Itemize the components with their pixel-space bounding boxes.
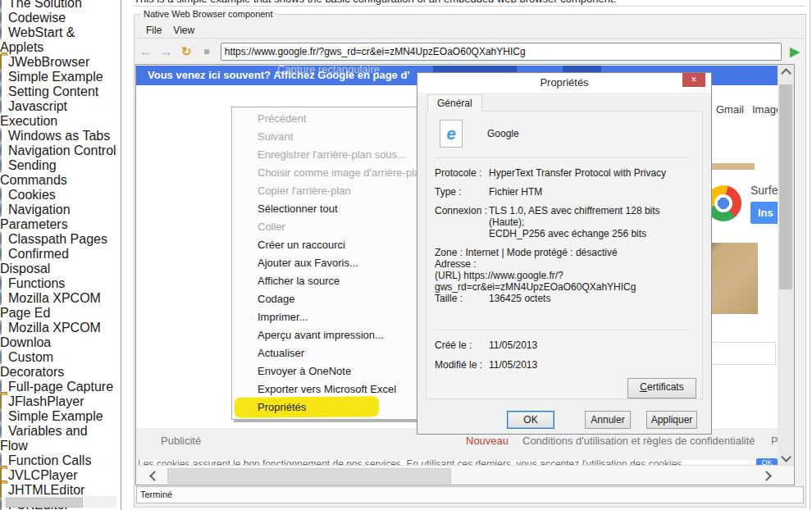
tree-item-icon <box>0 202 2 217</box>
certificates-button[interactable]: Certificats <box>627 378 696 398</box>
sidebar-scrollbar-thumb[interactable] <box>6 498 83 508</box>
menubar-item[interactable]: View <box>168 24 199 37</box>
tree-item[interactable]: The Solution <box>0 0 121 11</box>
conditions-link[interactable]: Conditions d'utilisation et règles de co… <box>522 435 755 447</box>
scroll-up-icon[interactable] <box>778 65 794 81</box>
status-bar: Terminé <box>136 486 804 503</box>
tree-item-icon <box>0 69 2 84</box>
cancel-button[interactable]: Annuler <box>585 411 631 429</box>
gmail-link[interactable]: Gmail <box>716 103 744 116</box>
modified-label: Modifié le : <box>435 359 489 371</box>
tree-item-icon <box>0 320 2 335</box>
tree-item-icon <box>0 128 2 143</box>
forward-icon[interactable]: → <box>157 43 176 61</box>
property-label: Taille : <box>435 293 489 304</box>
scroll-left-icon[interactable] <box>146 467 162 484</box>
close-icon[interactable]: × <box>682 73 705 87</box>
menubar-item[interactable]: File <box>141 24 167 37</box>
tree-item-label: JHTMLEditor <box>6 483 87 497</box>
sidebar-horizontal-scrollbar[interactable] <box>2 496 116 508</box>
tree-item[interactable]: Setting Content <box>0 84 121 99</box>
tree-item-label: WebStart & Applets <box>0 25 75 54</box>
tree-item-label: Setting Content <box>6 84 101 98</box>
back-icon[interactable]: ← <box>137 43 155 61</box>
tree-item-label: Full-page Capture <box>6 380 116 394</box>
refresh-icon[interactable]: ↻ <box>177 43 195 61</box>
tree-item[interactable]: Confirmed Disposal <box>0 247 121 276</box>
tree-item-icon <box>0 157 2 173</box>
url-input[interactable] <box>221 43 782 61</box>
stop-icon[interactable]: ■ <box>198 43 216 61</box>
chevron-right-icon <box>761 471 772 481</box>
created-row: Créé le : 11/05/2013 <box>435 339 537 351</box>
tree-item-label: JWebBrowser <box>6 55 92 69</box>
property-label: Type : <box>435 186 489 198</box>
divider <box>435 157 689 158</box>
tree-item[interactable]: Function Calls <box>0 453 121 468</box>
google-search-input[interactable] <box>707 342 776 365</box>
tree-item[interactable]: Simple Example <box>0 70 121 84</box>
chevron-left-icon <box>149 471 160 481</box>
tree-item-label: JFlashPlayer <box>6 394 86 408</box>
tree-item-label: Classpath Pages <box>6 232 110 246</box>
tree-item-label: Cookies <box>6 188 58 202</box>
property-label: Protocole : <box>435 167 489 179</box>
tab-general[interactable]: Général <box>427 94 482 112</box>
tree-item-label: Simple Example <box>6 409 106 423</box>
tree-item[interactable]: Classpath Pages <box>0 232 121 247</box>
tree-item[interactable]: WebStart & Applets <box>0 25 121 55</box>
page-image-strip <box>707 163 755 170</box>
tree-item[interactable]: Windows as Tabs <box>0 129 121 143</box>
apply-button[interactable]: Appliquer <box>646 411 697 429</box>
tree-item[interactable]: Variables and Flow <box>0 424 121 453</box>
tree-item[interactable]: Functions <box>0 276 121 291</box>
tree-item[interactable]: Codewise <box>0 11 121 25</box>
chevron-down-icon <box>781 452 791 462</box>
intro-text: This is a simple example that shows the … <box>134 0 806 7</box>
tree-item-label: Custom Decorators <box>0 350 66 379</box>
tree-item[interactable]: Custom Decorators <box>0 350 121 380</box>
ok-button[interactable]: OK <box>507 411 554 429</box>
tree-item[interactable]: Javascript Execution <box>0 99 121 129</box>
tree-item-label: Mozilla XPCOM Downloa <box>0 321 101 349</box>
property-row: Zone : Internet | Mode protégé : désacti… <box>435 247 696 258</box>
go-icon[interactable]: ▶ <box>786 43 804 61</box>
tree-item-label: Functions <box>6 276 67 290</box>
tree-item[interactable]: Mozilla XPCOM Page Ed <box>0 291 121 321</box>
tree-item-icon <box>0 143 2 158</box>
capture-ghost-text: Capture rectangulaire <box>277 63 380 75</box>
document-title: Google <box>487 128 519 139</box>
app-window: The Solution Codewise WebStart & Applets… <box>0 0 812 510</box>
tree-item-label: Mozilla XPCOM Page Ed <box>0 291 101 320</box>
tree-item-icon <box>0 349 2 365</box>
tree-item[interactable]: Full-page Capture <box>0 380 121 394</box>
tree-item[interactable]: Sending Commands <box>0 158 121 188</box>
modified-value: 11/05/2013 <box>489 359 537 371</box>
panel-right-border <box>810 0 810 510</box>
tree-item[interactable]: Navigation Parameters <box>0 203 121 232</box>
nouveau-badge: Nouveau <box>466 435 509 447</box>
tree-item[interactable]: JVLCPlayer <box>0 468 121 483</box>
property-row: Adresse : (URL) https://www.google.fr/? … <box>435 258 696 293</box>
tree-item[interactable]: Cookies <box>0 188 121 203</box>
page-horizontal-scrollbar[interactable] <box>136 465 794 485</box>
dialog-content-frame: e Google Protocole : HyperText Transfer … <box>426 111 703 399</box>
tree-item-icon <box>0 10 2 25</box>
browser-toolbar: ← → ↻ ■ ▶ <box>135 39 804 64</box>
horizontal-scrollbar-thumb[interactable] <box>167 468 451 484</box>
tree-item-label: Sending Commands <box>0 158 70 187</box>
tree-item[interactable]: JWebBrowser <box>0 55 121 70</box>
tree-item[interactable]: JFlashPlayer <box>0 394 121 409</box>
tree-item[interactable]: Navigation Control <box>0 143 121 158</box>
tree-item[interactable]: Mozilla XPCOM Downloa <box>0 321 121 350</box>
property-value: Internet | Mode protégé : désactivé <box>465 247 617 258</box>
scroll-right-icon[interactable] <box>758 467 774 484</box>
page-vertical-scrollbar[interactable] <box>778 65 794 465</box>
dialog-title: Propriétés <box>417 73 711 93</box>
tree-item[interactable]: Simple Example <box>0 409 121 424</box>
scroll-down-icon[interactable] <box>778 449 794 465</box>
publicite-link[interactable]: Publicité <box>161 435 201 447</box>
created-label: Créé le : <box>435 339 489 351</box>
tree-item-label: Codewise <box>6 11 68 25</box>
vertical-scrollbar-thumb[interactable] <box>779 84 792 289</box>
